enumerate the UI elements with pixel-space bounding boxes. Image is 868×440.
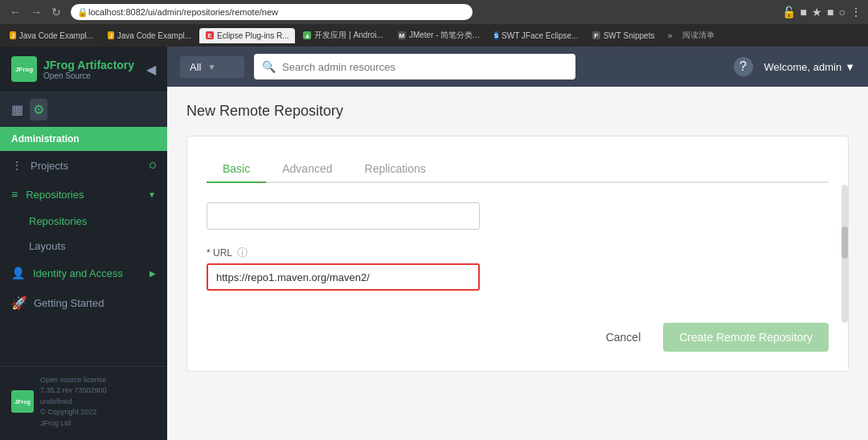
brand-product: Artifactory: [77, 59, 134, 71]
tab-favicon-swt-jface: S: [494, 31, 498, 39]
main-content: All ▼ 🔍 ? Welcome, admin ▼ New Remote Re…: [167, 47, 868, 440]
sidebar-item-identity[interactable]: 👤 Identity and Access ▶: [0, 259, 167, 287]
user-menu[interactable]: Welcome, admin ▼: [764, 61, 855, 73]
help-icon-label: ?: [739, 59, 747, 74]
user-label: Welcome, admin: [764, 61, 842, 73]
footer-version: 7.35.2 rev 73502900: [40, 385, 107, 397]
sidebar-footer: JFrog Open source license 7.35.2 rev 735…: [0, 366, 167, 441]
tab-favicon-java1: J: [10, 31, 16, 39]
lock-icon: 🔓: [782, 6, 796, 18]
search-icon: 🔍: [262, 60, 276, 73]
scrollbar[interactable]: [841, 185, 848, 323]
url-help-icon[interactable]: ⓘ: [237, 246, 248, 260]
repo-key-group: [207, 202, 829, 230]
scrollbar-thumb: [841, 226, 848, 259]
tab-java1[interactable]: J Java Code Exampl...: [3, 28, 100, 43]
sidebar-item-repositories-sub[interactable]: Repositories: [0, 209, 167, 234]
tab-label-eclipse: Eclipse Plug-ins R...: [217, 31, 289, 40]
identity-arrow: ▶: [149, 269, 156, 278]
page-title: New Remote Repository: [186, 103, 849, 120]
scope-dropdown-arrow: ▼: [207, 63, 215, 71]
tab-bar: J Java Code Exampl... J Java Code Exampl…: [0, 24, 868, 47]
getting-started-icon: 🚀: [11, 295, 27, 311]
repositories-arrow: ▼: [148, 190, 156, 199]
url-text: localhost:8082/ui/admin/repositories/rem…: [88, 7, 278, 17]
extensions-icon[interactable]: ■: [827, 6, 833, 18]
back-button[interactable]: ←: [6, 4, 24, 20]
sidebar-item-label-projects: Projects: [31, 160, 68, 172]
sidebar-title: JFrog Artifactory Open Source: [43, 59, 134, 80]
browser-chrome: ← → ↻ 🔒 localhost:8082/ui/admin/reposito…: [0, 0, 868, 24]
footer-logo-row: JFrog Open source license 7.35.2 rev 735…: [11, 375, 156, 430]
search-input[interactable]: [282, 61, 567, 73]
tab-label-swt-snippets: SWT Snippets: [604, 31, 655, 40]
tab-label-android: 开发应用 | Androi...: [314, 30, 383, 41]
forward-button[interactable]: →: [27, 4, 45, 20]
scope-dropdown[interactable]: All ▼: [180, 56, 244, 78]
scope-dropdown-label: All: [190, 61, 201, 73]
help-button[interactable]: ?: [734, 57, 753, 76]
browser-actions: 🔓 ■ ★ ■ ○ ⋮: [782, 6, 862, 18]
url-label: * URL ⓘ: [207, 246, 829, 260]
tab-jmeter[interactable]: M JMeter - 简笔分类...: [391, 26, 486, 44]
url-label-text: * URL: [207, 247, 232, 259]
sidebar-top-icons: ▦ ⚙: [0, 92, 167, 127]
address-bar[interactable]: 🔒 localhost:8082/ui/admin/repositories/r…: [71, 4, 473, 20]
tab-navigation: Basic Advanced Replications: [207, 156, 829, 183]
projects-dot: [149, 162, 156, 169]
footer-logo: JFrog: [11, 390, 34, 413]
browser-nav-buttons: ← → ↻: [6, 4, 64, 20]
gear-icon[interactable]: ⚙: [30, 99, 47, 120]
tab-label-java2: Java Code Exampl...: [117, 31, 191, 40]
repo-key-input[interactable]: [207, 202, 480, 230]
profile-icon[interactable]: ○: [839, 6, 845, 18]
create-remote-repository-button[interactable]: Create Remote Repository: [663, 323, 829, 352]
url-input[interactable]: [207, 263, 480, 291]
repositories-icon: ≡: [11, 188, 18, 201]
sidebar-item-label-getting-started: Getting Started: [34, 297, 104, 309]
cast-icon[interactable]: ■: [800, 6, 807, 18]
identity-icon: 👤: [11, 267, 25, 279]
tabs-overflow[interactable]: »: [662, 31, 677, 40]
bookmark-icon[interactable]: ★: [812, 6, 822, 18]
grid-icon[interactable]: ▦: [11, 102, 23, 117]
brand-frog: Frog: [50, 59, 75, 71]
footer-undefined: undefined: [40, 397, 107, 408]
tab-eclipse[interactable]: E Eclipse Plug-ins R...: [199, 28, 295, 43]
tab-label-swt-jface: SWT JFace Eclipse...: [502, 31, 578, 40]
sidebar-item-projects[interactable]: ⋮ Projects: [0, 151, 167, 180]
sidebar-item-label-repositories: Repositories: [26, 189, 84, 201]
brand-edition: Open Source: [43, 71, 134, 80]
tab-advanced[interactable]: Advanced: [266, 156, 348, 183]
card-footer: Cancel Create Remote Repository: [207, 307, 829, 352]
tab-android[interactable]: ▲ 开发应用 | Androi...: [297, 26, 389, 44]
tab-swt-snippets[interactable]: F SWT Snippets: [586, 28, 661, 43]
reading-list-button[interactable]: 阅读清单: [682, 30, 714, 41]
sidebar-header: JFrog JFrog Artifactory Open Source ◀: [0, 47, 167, 92]
user-arrow-icon: ▼: [845, 61, 855, 73]
app-header: All ▼ 🔍 ? Welcome, admin ▼: [167, 47, 868, 87]
sidebar-collapse-button[interactable]: ◀: [146, 62, 156, 77]
tab-basic[interactable]: Basic: [207, 156, 266, 183]
tab-java2[interactable]: J Java Code Exampl...: [101, 28, 198, 43]
sidebar: JFrog JFrog Artifactory Open Source ◀ ▦ …: [0, 47, 167, 440]
reload-button[interactable]: ↻: [48, 4, 64, 20]
header-right: ? Welcome, admin ▼: [734, 57, 855, 76]
app-layout: JFrog JFrog Artifactory Open Source ◀ ▦ …: [0, 47, 868, 440]
tab-label-jmeter: JMeter - 简笔分类...: [409, 30, 480, 41]
tab-favicon-jmeter: M: [398, 31, 406, 39]
cancel-button[interactable]: Cancel: [593, 324, 654, 350]
menu-icon[interactable]: ⋮: [850, 6, 862, 18]
content-area: New Remote Repository Basic Advanced Rep…: [167, 87, 868, 440]
tab-replications[interactable]: Replications: [349, 156, 442, 183]
footer-copyright: © Copyright 2022: [40, 407, 107, 418]
sidebar-nav: ⋮ Projects ≡ Repositories ▼ Repositories…: [0, 151, 167, 366]
sidebar-item-getting-started[interactable]: 🚀 Getting Started: [0, 287, 167, 319]
sidebar-item-label-identity: Identity and Access: [33, 267, 123, 279]
tab-favicon-android: ▲: [303, 31, 311, 39]
sidebar-item-layouts[interactable]: Layouts: [0, 234, 167, 259]
search-bar: 🔍: [254, 54, 575, 79]
tab-swt-jface[interactable]: S SWT JFace Eclipse...: [488, 28, 584, 43]
sidebar-item-repositories[interactable]: ≡ Repositories ▼: [0, 180, 167, 209]
tab-label-java1: Java Code Exampl...: [19, 31, 93, 40]
